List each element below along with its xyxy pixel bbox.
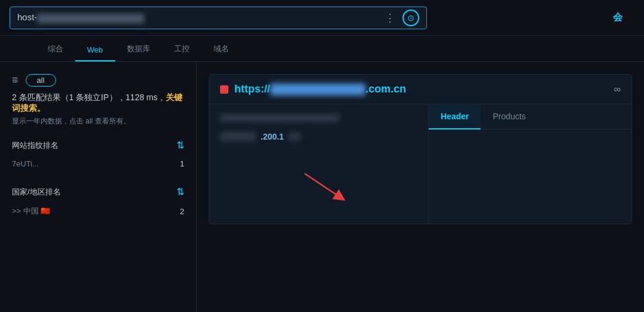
info-row-1	[220, 114, 417, 122]
tab-industrial[interactable]: 工控	[162, 38, 202, 61]
fingerprint-item-label[interactable]: 7eUTi...	[12, 159, 39, 168]
search-bar[interactable]: host- ⋮ ⊙	[10, 7, 427, 29]
svg-line-0	[305, 174, 340, 197]
nav-tabs: 综合 Web 数据库 工控 域名	[0, 36, 644, 62]
fingerprint-header: 网站指纹排名 ⇅	[12, 140, 184, 151]
result-card-header: https://.com.cn ∞	[209, 75, 631, 104]
blurred-ip-prefix	[220, 132, 256, 141]
more-options-icon[interactable]: ⋮	[385, 11, 395, 24]
main-content: https://.com.cn ∞ .200.1	[197, 62, 644, 312]
sidebar-section-fingerprint: 网站指纹排名 ⇅ 7eUTi... 1	[0, 130, 196, 177]
tab-products[interactable]: Products	[481, 104, 537, 129]
red-arrow-annotation	[299, 168, 352, 206]
tab-content-header	[429, 129, 631, 224]
blurred-ip-suffix	[289, 132, 301, 141]
search-button[interactable]: ⊙	[402, 10, 419, 26]
link-icon[interactable]: ∞	[614, 84, 621, 95]
sidebar-section-country: 国家/地区排名 ⇅ >> 中国 🇨🇳 2	[0, 177, 196, 225]
filter-icon[interactable]: ≡	[12, 74, 18, 87]
favicon-icon	[220, 85, 228, 94]
top-bar: host- ⋮ ⊙ 会	[0, 0, 644, 36]
tab-web[interactable]: Web	[75, 39, 115, 61]
fingerprint-title: 网站指纹排名	[12, 140, 58, 151]
country-item-label[interactable]: >> 中国 🇨🇳	[12, 206, 50, 217]
fingerprint-item-count: 1	[180, 159, 184, 168]
list-item: >> 中国 🇨🇳 2	[12, 202, 184, 220]
result-main-text: 2 条匹配结果（1 条独立IP），1128 ms，关键词搜索。	[12, 92, 184, 114]
filter-row: ≡ all	[0, 74, 196, 92]
ip-value: .200.1	[261, 132, 284, 141]
result-card: https://.com.cn ∞ .200.1	[209, 74, 632, 224]
country-sort-icon[interactable]: ⇅	[177, 186, 184, 197]
result-card-left: .200.1	[209, 104, 429, 224]
country-title: 国家/地区排名	[12, 187, 61, 197]
search-icons: ⋮ ⊙	[385, 10, 419, 26]
sidebar: ≡ all 2 条匹配结果（1 条独立IP），1128 ms，关键词搜索。 显示…	[0, 62, 197, 312]
tab-database[interactable]: 数据库	[115, 38, 162, 61]
result-summary: 2 条匹配结果（1 条独立IP），1128 ms，关键词搜索。 显示一年内数据，…	[0, 92, 196, 130]
magnifier-icon: ⊙	[407, 13, 414, 23]
search-prefix: host-	[17, 12, 377, 23]
country-header: 国家/地区排名 ⇅	[12, 186, 184, 197]
filter-all-badge[interactable]: all	[26, 74, 56, 87]
red-arrow-svg	[299, 168, 352, 203]
info-row-ip: .200.1	[220, 132, 417, 141]
fingerprint-sort-icon[interactable]: ⇅	[177, 140, 184, 151]
tab-bar: Header Products	[429, 104, 631, 129]
country-item-count: 2	[180, 207, 184, 216]
result-info: .200.1	[220, 114, 417, 141]
blurred-info-1	[220, 114, 339, 122]
result-url: https://.com.cn	[234, 83, 608, 95]
tab-综合[interactable]: 综合	[36, 38, 75, 61]
result-card-right: Header Products	[429, 104, 631, 224]
tab-domain[interactable]: 域名	[202, 38, 241, 61]
list-item: 7eUTi... 1	[12, 156, 184, 172]
result-card-body: .200.1	[209, 104, 631, 224]
account-icon[interactable]: 会	[613, 11, 634, 24]
tab-header[interactable]: Header	[429, 104, 481, 129]
result-sub-text: 显示一年内数据，点击 all 查看所有。	[12, 116, 184, 126]
